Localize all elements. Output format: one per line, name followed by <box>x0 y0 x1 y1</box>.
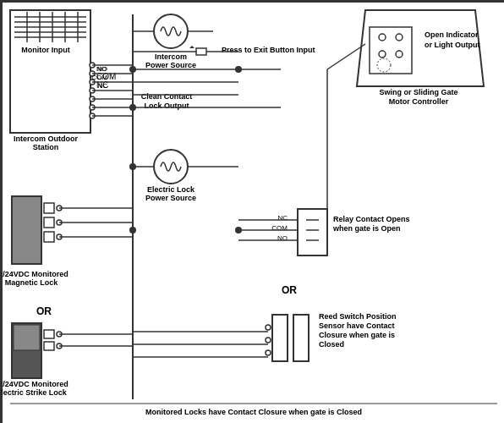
svg-point-119 <box>235 227 242 233</box>
svg-rect-65 <box>298 209 327 255</box>
svg-text:OR: OR <box>36 305 52 317</box>
svg-rect-38 <box>44 203 54 213</box>
svg-text:12/24VDC Monitored: 12/24VDC Monitored <box>2 270 68 278</box>
svg-text:or Light Output: or Light Output <box>425 41 479 49</box>
svg-point-115 <box>129 66 136 73</box>
svg-text:Open Indicator: Open Indicator <box>425 30 479 39</box>
svg-text:OR: OR <box>282 284 297 296</box>
svg-text:Power Source: Power Source <box>145 61 196 69</box>
svg-text:NC: NC <box>97 82 107 90</box>
svg-rect-40 <box>44 232 54 242</box>
svg-text:Electric Lock: Electric Lock <box>147 185 195 194</box>
svg-rect-48 <box>14 325 40 350</box>
svg-text:Relay Contact Opens: Relay Contact Opens <box>333 215 410 223</box>
svg-point-79 <box>266 350 271 355</box>
svg-text:Sensor have Contact: Sensor have Contact <box>319 321 395 330</box>
wiring-diagram: Monitor Input NO COM NC Intercom Outdoor… <box>0 0 504 423</box>
svg-point-57 <box>396 34 403 41</box>
svg-point-78 <box>266 338 271 343</box>
svg-text:12/24VDC Monitored: 12/24VDC Monitored <box>2 380 68 388</box>
svg-point-58 <box>379 51 386 58</box>
svg-point-120 <box>235 66 242 73</box>
svg-text:Reed Switch Position: Reed Switch Position <box>319 312 397 321</box>
svg-text:Power Source: Power Source <box>145 194 196 202</box>
svg-rect-39 <box>44 217 54 228</box>
svg-text:Closed: Closed <box>319 340 344 349</box>
svg-point-56 <box>379 34 386 41</box>
svg-text:Closure when gate is: Closure when gate is <box>319 331 395 339</box>
svg-text:NO: NO <box>97 65 107 73</box>
svg-text:COM: COM <box>91 74 107 81</box>
svg-text:Magnetic Lock: Magnetic Lock <box>5 278 59 287</box>
svg-rect-49 <box>44 330 54 338</box>
svg-rect-75 <box>272 315 288 361</box>
svg-text:Station: Station <box>33 143 59 151</box>
svg-text:Swing or Sliding Gate: Swing or Sliding Gate <box>379 88 457 96</box>
svg-text:Intercom Outdoor: Intercom Outdoor <box>14 135 78 143</box>
svg-text:Press to Exit Button Input: Press to Exit Button Input <box>222 46 315 54</box>
svg-text:Monitored Locks have Contact C: Monitored Locks have Contact Closure whe… <box>145 408 362 416</box>
svg-text:when gate is Open: when gate is Open <box>332 224 401 233</box>
svg-rect-37 <box>12 196 41 264</box>
svg-rect-28 <box>196 48 206 55</box>
svg-point-116 <box>129 104 136 111</box>
svg-text:Lock Output: Lock Output <box>145 102 189 110</box>
svg-text:Monitor Input: Monitor Input <box>21 46 69 54</box>
svg-point-77 <box>266 325 271 330</box>
svg-rect-76 <box>293 315 309 361</box>
svg-point-118 <box>129 227 136 233</box>
svg-text:Intercom: Intercom <box>155 52 187 61</box>
svg-point-59 <box>396 51 403 58</box>
svg-text:Clean Contact: Clean Contact <box>141 92 193 101</box>
svg-text:Motor Controller: Motor Controller <box>389 97 449 106</box>
svg-text:Electric Strike Lock: Electric Strike Lock <box>2 388 68 397</box>
svg-point-117 <box>129 163 136 170</box>
svg-rect-50 <box>44 342 54 350</box>
